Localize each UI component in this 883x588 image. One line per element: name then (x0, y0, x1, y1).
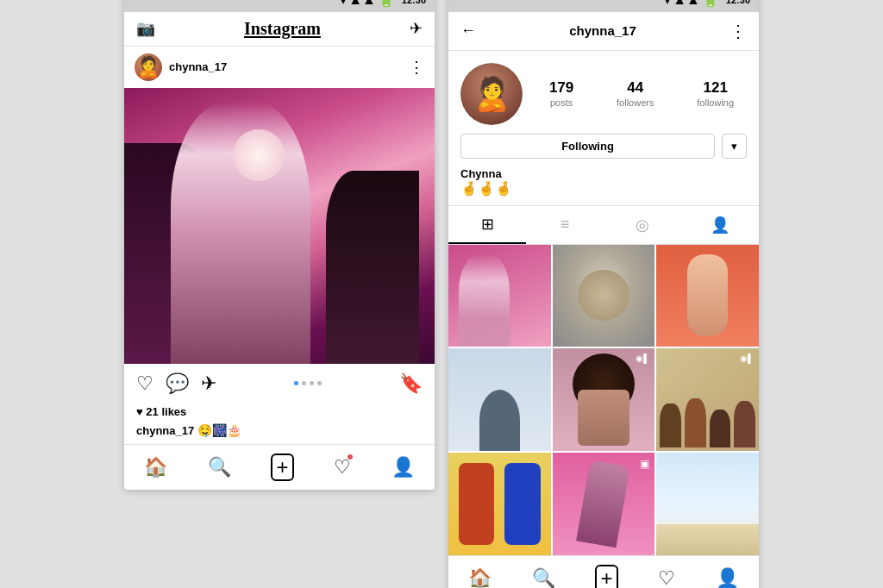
profile-nav-profile-icon[interactable]: 👤 (716, 567, 739, 588)
profile-nav-home-icon[interactable]: 🏠 (468, 567, 492, 588)
grid-item-6[interactable]: ◉▌ (656, 348, 759, 451)
profile-tabs: ⊞ ≡ ◎ 👤 (448, 205, 759, 245)
post-username[interactable]: chynna_17 (169, 60, 227, 73)
nav-profile-icon[interactable]: 👤 (391, 456, 415, 479)
dog-face (578, 270, 629, 321)
grid-item-3[interactable] (656, 245, 759, 347)
dot-2 (302, 381, 306, 385)
likes-count: ♥ 21 likes (136, 405, 186, 418)
caption-username[interactable]: chynna_17 (136, 424, 194, 437)
face-highlight (233, 129, 285, 181)
figure-b (685, 398, 706, 447)
phone-feed: ▾ ▲▲ 🔋 12:30 📷 Instagram ✈ 🙎 chynna_17 ⋮ (124, 0, 435, 490)
grid-item-1[interactable] (448, 245, 551, 347)
grid-item-4[interactable] (448, 348, 551, 451)
figure-1 (459, 254, 510, 347)
nav-home-icon[interactable]: 🏠 (144, 456, 167, 479)
group-figures (656, 390, 759, 451)
post-options-icon[interactable]: ⋮ (409, 58, 424, 77)
profile-header: ← chynna_17 ⋮ (448, 12, 759, 51)
profile-info-row: 🙎 179 posts 44 followers 121 following (448, 51, 759, 134)
profile-stats: 179 posts 44 followers 121 following (536, 79, 747, 108)
app-logo: Instagram (244, 19, 321, 39)
follow-button-row: Following ▾ (448, 134, 759, 167)
camera-icon[interactable]: 📷 (136, 19, 155, 38)
tab-location[interactable]: ◎ (604, 206, 681, 244)
bio-name: Chynna (460, 167, 747, 180)
photo-9 (656, 453, 759, 555)
grid-item-7[interactable] (448, 453, 551, 555)
nav-heart-icon[interactable]: ♡ (334, 456, 351, 479)
status-bar-1: ▾ ▲▲ 🔋 12:30 (124, 0, 435, 12)
notification-dot (348, 454, 353, 460)
profile-nav-heart-icon[interactable]: ♡ (658, 567, 675, 588)
tab-tagged[interactable]: 👤 (681, 206, 759, 244)
wifi-icon-2: ▾ (664, 0, 671, 8)
figure-right (326, 171, 419, 364)
post-likes: ♥ 21 likes (124, 403, 435, 422)
arcade-machine-2 (504, 463, 541, 545)
post-actions-left: ♡ 💬 ✈ (136, 372, 216, 395)
feed-bottom-nav: 🏠 🔍 + ♡ 👤 (124, 444, 435, 490)
profile-avatar[interactable]: 🙎 (460, 63, 523, 125)
face-body (578, 390, 629, 446)
bio-emojis: 🤞🤞🤞 (460, 180, 747, 197)
photo-grid: ◉▌ ◉▌ (448, 245, 759, 555)
following-label: following (697, 97, 734, 108)
profile-menu-icon[interactable]: ⋮ (730, 21, 747, 41)
grid-item-5[interactable]: ◉▌ (553, 348, 655, 451)
signal-icon-2: ▲▲ (673, 0, 700, 8)
grid-item-8[interactable]: ▣ (553, 453, 655, 555)
share-icon[interactable]: ✈ (201, 372, 216, 395)
photo-3 (656, 245, 759, 347)
posts-count: 179 (549, 79, 573, 97)
like-icon[interactable]: ♡ (136, 372, 153, 395)
signal-icons: ▾ ▲▲ 🔋 (340, 0, 395, 8)
profile-bio: Chynna 🤞🤞🤞 (448, 167, 759, 205)
location-icon: ◎ (636, 216, 649, 235)
carousel-indicator (294, 381, 322, 385)
status-bar-2: ▾ ▲▲ 🔋 12:30 (448, 0, 759, 12)
dot-1 (294, 381, 298, 385)
album-badge-8: ▣ (640, 458, 649, 470)
grid-icon: ⊞ (481, 215, 494, 234)
signal-icons-2: ▾ ▲▲ 🔋 (664, 0, 719, 8)
comment-icon[interactable]: 💬 (166, 372, 189, 395)
post-avatar[interactable]: 🙎 (135, 53, 162, 81)
profile-nav-search-icon[interactable]: 🔍 (532, 567, 555, 588)
tab-list[interactable]: ≡ (526, 206, 604, 244)
posts-label: posts (550, 97, 573, 108)
battery-icon: 🔋 (378, 0, 395, 8)
nav-add-icon[interactable]: + (271, 454, 293, 481)
profile-header-username: chynna_17 (569, 23, 636, 38)
stat-following: 121 following (697, 79, 734, 108)
tree-silhouette (479, 390, 520, 451)
profile-bottom-nav: 🏠 🔍 + ♡ 👤 (448, 555, 759, 588)
back-icon[interactable]: ← (460, 22, 476, 40)
send-icon[interactable]: ✈ (410, 19, 423, 38)
photo-2 (553, 245, 655, 347)
profile-nav-add-icon[interactable]: + (595, 565, 617, 588)
grid-item-2[interactable] (553, 245, 655, 347)
caption-emojis: 🤤🎆🎂 (197, 423, 241, 437)
dot-3 (310, 381, 314, 385)
post-caption: chynna_17 🤤🎆🎂 (124, 422, 435, 444)
tab-grid[interactable]: ⊞ (448, 206, 526, 244)
post-user-info: 🙎 chynna_17 (135, 53, 227, 81)
bookmark-icon[interactable]: 🔖 (399, 372, 423, 395)
person-red (687, 254, 728, 336)
dot-4 (317, 381, 322, 385)
phone-profile: ▾ ▲▲ 🔋 12:30 ← chynna_17 ⋮ 🙎 179 posts (448, 0, 759, 588)
post-header: 🙎 chynna_17 ⋮ (124, 47, 435, 88)
photo-4 (448, 348, 551, 451)
following-count: 121 (703, 79, 727, 97)
follow-dropdown-button[interactable]: ▾ (722, 134, 747, 159)
post-image (124, 88, 435, 364)
nav-search-icon[interactable]: 🔍 (208, 456, 231, 479)
followers-label: followers (617, 97, 654, 108)
photo-7 (448, 453, 551, 555)
grid-item-9[interactable] (656, 453, 759, 555)
stat-followers: 44 followers (617, 79, 654, 108)
following-button[interactable]: Following (460, 134, 715, 159)
sand (656, 524, 759, 555)
